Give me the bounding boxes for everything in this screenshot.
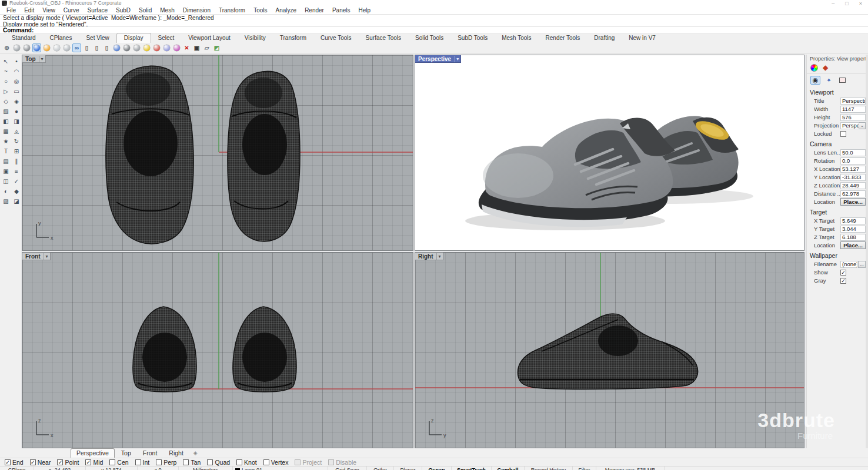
- field-value[interactable]: 6.188: [840, 234, 866, 241]
- maximize-button[interactable]: □: [845, 1, 848, 6]
- field-value[interactable]: Perspective: [840, 98, 866, 105]
- join-tool[interactable]: ≡: [12, 167, 21, 176]
- field-value[interactable]: 0.0: [840, 157, 866, 164]
- osnap-checkbox[interactable]: [30, 459, 36, 465]
- osnap-toggle[interactable]: Knot: [236, 459, 257, 466]
- front-viewport-label[interactable]: Front ▾: [22, 253, 51, 260]
- cancel-shade-icon[interactable]: ✕: [182, 43, 191, 52]
- field-value[interactable]: -31.833: [840, 174, 866, 181]
- xray-mode-icon[interactable]: [62, 43, 71, 52]
- status-cell[interactable]: z 0: [138, 466, 179, 470]
- field-value[interactable]: 5.649: [840, 217, 866, 224]
- action-button[interactable]: Place...: [840, 198, 866, 206]
- menu-item[interactable]: Render: [301, 6, 328, 14]
- boolean-union-tool[interactable]: ★: [1, 137, 11, 146]
- status-cell[interactable]: Filter: [573, 466, 596, 470]
- osnap-checkbox[interactable]: [236, 459, 242, 465]
- close-button[interactable]: ×: [859, 1, 862, 6]
- field-value[interactable]: 62.978: [840, 190, 866, 197]
- toolbar-tab[interactable]: Render Tools: [539, 33, 587, 43]
- osnap-toggle[interactable]: Cen: [109, 459, 128, 466]
- toolbar-tab[interactable]: Select: [151, 33, 182, 43]
- osnap-toggle[interactable]: Quad: [207, 459, 230, 466]
- polygon-tool[interactable]: ▷: [1, 87, 11, 96]
- right-viewport-label[interactable]: Right ▾: [415, 253, 443, 260]
- action-button[interactable]: Place...: [840, 241, 866, 249]
- field-value[interactable]: 1147: [840, 106, 866, 113]
- text-tool[interactable]: T: [1, 147, 11, 156]
- field-value[interactable]: 576: [840, 114, 866, 121]
- osnap-toggle[interactable]: Disable: [328, 459, 356, 466]
- gray-mode-icon[interactable]: [132, 43, 141, 52]
- osnap-toggle[interactable]: Near: [30, 459, 51, 466]
- viewport-tab[interactable]: Right: [163, 449, 189, 458]
- display-options-icon[interactable]: ◩: [212, 43, 221, 52]
- osnap-toggle[interactable]: End: [5, 459, 24, 466]
- viewport-menu-arrow-icon[interactable]: ▾: [44, 253, 48, 260]
- toolbar-tab[interactable]: Display: [116, 33, 151, 43]
- toolbar-tab[interactable]: Drafting: [587, 33, 622, 43]
- osnap-checkbox[interactable]: [85, 459, 91, 465]
- top-viewport[interactable]: y x Top ▾: [22, 55, 413, 251]
- minimize-button[interactable]: –: [832, 1, 834, 6]
- dropdown-arrow-icon[interactable]: ⌄: [859, 122, 866, 129]
- osnap-toggle[interactable]: Mid: [85, 459, 103, 466]
- ghosted-mode-icon[interactable]: [52, 43, 61, 52]
- fillet-tool[interactable]: ◆: [12, 187, 21, 196]
- field-value[interactable]: 53.127: [840, 166, 866, 173]
- osnap-toggle[interactable]: Point: [57, 459, 79, 466]
- focal-blur-icon[interactable]: [172, 43, 181, 52]
- status-cell[interactable]: Memory use: 538 MB: [596, 466, 665, 470]
- checkbox[interactable]: [840, 131, 846, 137]
- bounding-box-icon[interactable]: ▱: [202, 43, 211, 52]
- trim-tool[interactable]: ▣: [1, 167, 11, 176]
- toolbar-tab[interactable]: Solid Tools: [408, 33, 450, 43]
- rendered-mode-icon[interactable]: [32, 43, 41, 52]
- zoom-view-mouse-icon[interactable]: ▯: [102, 43, 111, 52]
- toolbar-tab[interactable]: New in V7: [622, 33, 663, 43]
- viewport-tab[interactable]: Front: [138, 449, 163, 458]
- top-viewport-label[interactable]: Top ▾: [22, 55, 46, 63]
- toolbar-tab[interactable]: Viewport Layout: [181, 33, 238, 43]
- menu-item[interactable]: Help: [355, 6, 375, 14]
- control-point-curve-tool[interactable]: ◈: [12, 97, 21, 106]
- perspective-viewport[interactable]: Perspective ▾: [415, 55, 804, 251]
- refresh-shade-icon[interactable]: [112, 43, 121, 52]
- viewport-menu-arrow-icon[interactable]: ▾: [454, 56, 459, 62]
- loft-tool[interactable]: ▤: [1, 157, 11, 166]
- menu-item[interactable]: Surface: [84, 6, 112, 14]
- cylinder-tool[interactable]: ◨: [12, 117, 21, 126]
- toolbar-tab[interactable]: SubD Tools: [450, 33, 495, 43]
- curve-tool[interactable]: ~: [1, 67, 11, 76]
- viewport-menu-arrow-icon[interactable]: ▾: [436, 253, 441, 260]
- menu-item[interactable]: Panels: [328, 6, 355, 14]
- osnap-checkbox[interactable]: [109, 459, 115, 465]
- arc-tool[interactable]: ◠: [12, 67, 21, 76]
- osnap-checkbox[interactable]: [57, 459, 63, 465]
- toolbar-tab[interactable]: CPlanes: [43, 33, 79, 43]
- cone-tool[interactable]: ◬: [12, 127, 21, 136]
- status-cell[interactable]: Planar: [394, 466, 422, 470]
- osnap-checkbox[interactable]: [135, 459, 141, 465]
- menu-item[interactable]: Solid: [135, 6, 156, 14]
- fullscreen-icon[interactable]: ▣: [192, 43, 201, 52]
- field-value[interactable]: 3.044: [840, 226, 866, 233]
- front-viewport[interactable]: z x Front ▾: [22, 252, 413, 448]
- field-value[interactable]: 50.0: [840, 149, 866, 156]
- menu-item[interactable]: File: [2, 6, 20, 14]
- shaded-dark-mode-icon[interactable]: [22, 43, 31, 52]
- box-tool[interactable]: ◧: [1, 117, 11, 126]
- menu-item[interactable]: Transform: [215, 6, 249, 14]
- status-cell[interactable]: y 12.874: [86, 466, 138, 470]
- status-cell[interactable]: Grid Snap: [328, 466, 367, 470]
- field-value[interactable]: 28.449: [840, 182, 866, 189]
- menu-item[interactable]: Tools: [249, 6, 271, 14]
- pan-view-mouse-icon[interactable]: ▯: [92, 43, 101, 52]
- shade-tool[interactable]: ◐: [1, 187, 11, 196]
- osnap-checkbox[interactable]: [263, 459, 269, 465]
- sun-toggle-icon[interactable]: [142, 43, 151, 52]
- checkbox[interactable]: [840, 270, 846, 276]
- menu-item[interactable]: Curve: [59, 6, 84, 14]
- toolbar-tab[interactable]: Set View: [79, 33, 116, 43]
- rotate-tool[interactable]: ↻: [12, 137, 21, 146]
